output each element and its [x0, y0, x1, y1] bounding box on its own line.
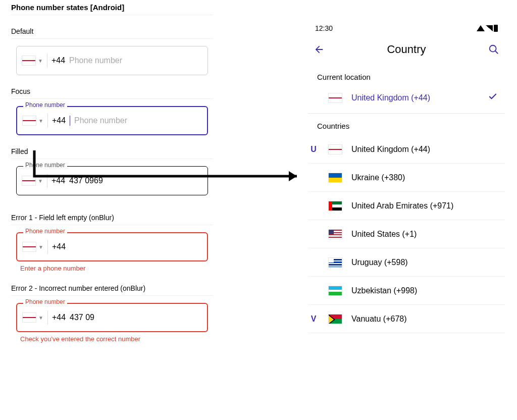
- country-selector[interactable]: ▼: [22, 312, 43, 323]
- country-name: United Arab Emirates (+971): [351, 201, 500, 211]
- cellular-icon: [486, 25, 493, 31]
- state-label-default: Default: [11, 27, 213, 39]
- uk-flag-icon: [22, 116, 36, 126]
- country-row[interactable]: XUnited Arab Emirates (+971): [308, 192, 505, 220]
- current-location-row[interactable]: United Kingdom (+44): [308, 86, 505, 113]
- error-helper-text: Check you've entered the correct number: [20, 335, 213, 343]
- chevron-down-icon: ▼: [38, 118, 43, 124]
- phone-value: 437 0969: [69, 176, 103, 185]
- countries-header: Countries: [317, 118, 505, 135]
- uk-flag-icon: [328, 93, 342, 103]
- phone-input-error-empty[interactable]: ▼ +44: [16, 232, 208, 261]
- uk-flag-icon: [22, 242, 36, 252]
- check-icon: [488, 91, 498, 104]
- state-label-filled: Filled: [11, 147, 213, 159]
- us-flag-icon: [328, 229, 342, 239]
- separator: [47, 54, 47, 68]
- float-label: Phone number: [23, 298, 67, 305]
- uk-flag-icon: [328, 144, 342, 154]
- error-helper-text: Enter a phone number: [20, 265, 213, 272]
- country-selector[interactable]: ▼: [22, 176, 43, 186]
- country-row[interactable]: XUnited States (+1): [308, 220, 505, 248]
- arrow-left-icon: [314, 44, 325, 55]
- uk-flag-icon: [22, 176, 36, 186]
- section-letter: V: [308, 314, 319, 324]
- country-selector[interactable]: ▼: [22, 56, 43, 66]
- country-selector[interactable]: ▼: [22, 242, 43, 252]
- dial-prefix: +44: [52, 116, 66, 125]
- dial-prefix: +44: [51, 176, 65, 185]
- phone-value: 437 09: [70, 313, 94, 322]
- back-button[interactable]: [311, 41, 327, 58]
- dial-prefix: +44: [52, 242, 66, 251]
- separator: [47, 174, 47, 188]
- float-label: Phone number: [23, 228, 67, 235]
- battery-icon: [494, 25, 498, 32]
- chevron-down-icon: ▼: [38, 315, 43, 321]
- dial-prefix: +44: [51, 56, 65, 65]
- country-row[interactable]: VVanuatu (+678): [308, 305, 505, 333]
- country-name: United Kingdom (+44): [351, 93, 479, 102]
- ua-flag-icon: [328, 173, 342, 183]
- search-button[interactable]: [486, 41, 502, 58]
- status-time: 12:30: [315, 24, 333, 32]
- phone-placeholder: Phone number: [69, 56, 122, 65]
- text-cursor: [70, 116, 70, 126]
- page-title: Phone number states [Android]: [11, 3, 213, 15]
- float-label: Phone number: [23, 162, 67, 169]
- phone-input-default[interactable]: ▼ +44 Phone number: [16, 46, 208, 75]
- state-label-focus: Focus: [11, 87, 213, 99]
- country-name: Vanuatu (+678): [351, 314, 500, 324]
- country-row[interactable]: XUkraine (+380): [308, 164, 505, 192]
- wifi-icon: [477, 25, 485, 31]
- country-name: United States (+1): [351, 230, 500, 239]
- search-icon: [488, 44, 499, 55]
- separator: [47, 114, 48, 128]
- section-letter: U: [308, 145, 319, 154]
- country-selector[interactable]: ▼: [22, 116, 43, 126]
- float-label: Phone number: [23, 101, 67, 109]
- country-name: United Kingdom (+44): [351, 145, 500, 154]
- svg-point-0: [490, 45, 496, 52]
- screen-title: Country: [327, 43, 486, 56]
- separator: [47, 310, 48, 325]
- current-location-header: Current location: [317, 69, 505, 86]
- uk-flag-icon: [22, 56, 36, 66]
- chevron-down-icon: ▼: [38, 58, 43, 64]
- country-row[interactable]: XUruguay (+598): [308, 248, 505, 277]
- uy-flag-icon: [328, 257, 342, 268]
- country-name: Uzbekistan (+998): [351, 286, 500, 295]
- phone-placeholder: Phone number: [74, 116, 127, 125]
- app-bar: Country: [308, 37, 505, 65]
- phone-input-focus[interactable]: ▼ +44 Phone number: [16, 106, 208, 135]
- status-bar: 12:30: [308, 22, 505, 37]
- state-label-error1: Error 1 - Field left empty (onBlur): [11, 214, 213, 225]
- country-list: UUnited Kingdom (+44)XUkraine (+380)XUni…: [308, 135, 505, 333]
- ae-flag-icon: [328, 201, 342, 211]
- phone-input-error-invalid[interactable]: ▼ +44 437 09: [16, 303, 208, 332]
- country-name: Uruguay (+598): [351, 258, 500, 267]
- state-label-error2: Error 2 - Incorrect number entered (onBl…: [11, 284, 213, 296]
- chevron-down-icon: ▼: [38, 244, 43, 250]
- country-name: Ukraine (+380): [351, 173, 500, 182]
- dial-prefix: +44: [52, 313, 66, 322]
- country-row[interactable]: UUnited Kingdom (+44): [308, 135, 505, 164]
- country-row[interactable]: XUzbekistan (+998): [308, 277, 505, 305]
- separator: [47, 240, 48, 254]
- chevron-down-icon: ▼: [38, 178, 43, 184]
- phone-input-filled[interactable]: ▼ +44 437 0969: [16, 166, 208, 195]
- country-picker-screen: 12:30 Country Current location United Ki…: [308, 22, 505, 333]
- uk-flag-icon: [22, 312, 36, 323]
- uz-flag-icon: [328, 286, 342, 296]
- vu-flag-icon: [328, 314, 342, 324]
- svg-line-1: [495, 51, 498, 54]
